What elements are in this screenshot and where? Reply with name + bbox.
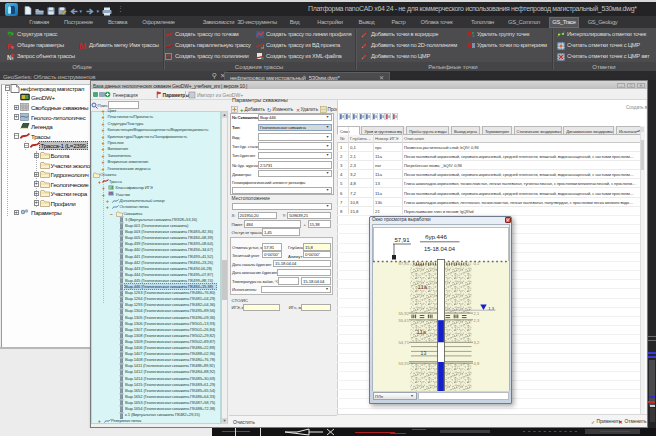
svg-text:4,8: 4,8	[473, 360, 479, 365]
svg-text:54,71: 54,71	[398, 339, 409, 344]
svg-text:3,2: 3,2	[473, 339, 479, 344]
svg-text:M: M	[79, 42, 86, 50]
svg-text:2,1: 2,1	[473, 311, 479, 316]
svg-text:11а.: 11а.	[417, 284, 429, 290]
svg-text:2,3: 2,3	[473, 317, 479, 322]
svg-text:57,81: 57,81	[398, 261, 409, 266]
svg-text:11а: 11а	[416, 328, 426, 334]
svg-text:55,92: 55,92	[398, 311, 409, 316]
svg-text:0,1: 0,1	[473, 261, 479, 266]
svg-text:13: 13	[420, 349, 426, 355]
svg-text:прс: прс	[417, 261, 423, 266]
svg-text:1,3: 1,3	[488, 305, 494, 310]
svg-text:57,91: 57,91	[394, 237, 410, 243]
svg-text:15-18.04.04: 15-18.04.04	[424, 245, 456, 251]
svg-text:бур.446: бур.446	[425, 233, 447, 240]
svg-text:53,91: 53,91	[398, 360, 409, 365]
svg-text:55,61: 55,61	[398, 317, 409, 322]
